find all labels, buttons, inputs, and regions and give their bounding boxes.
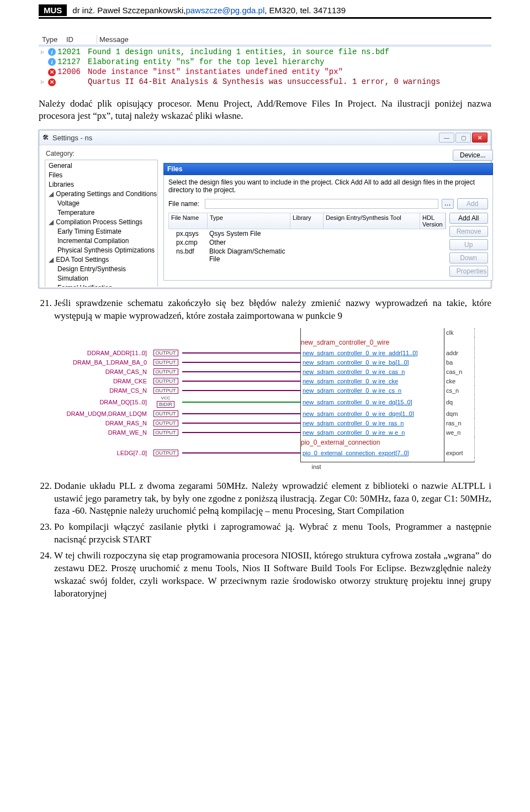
- schem-wire: [182, 423, 300, 424]
- schem-pin: DRAM_CS_N: [55, 386, 149, 395]
- file-name-label: File name:: [168, 200, 202, 208]
- files-grid[interactable]: px.qsysQsys System Filepx.cmpOtherns.bdf…: [168, 229, 446, 263]
- message-text: Quartus II 64-Bit Analysis & Synthesis w…: [88, 77, 491, 86]
- gcol-library: Library: [290, 213, 324, 229]
- schem-wire: [182, 390, 300, 391]
- category-item[interactable]: ◢ Operating Settings and Conditions: [45, 189, 157, 199]
- schem-pin: DDRAM_ADDR[11..0]: [55, 348, 149, 357]
- add-button[interactable]: Add: [457, 198, 488, 209]
- settings-title: Settings - ns: [52, 134, 438, 142]
- schem-pin: DRAM_DQ[15..0]: [55, 395, 149, 409]
- category-item[interactable]: ◢ Compilation Process Settings: [45, 218, 157, 227]
- table-row[interactable]: px.cmpOther: [168, 238, 446, 247]
- message-id: 12006: [57, 67, 88, 76]
- schem-signal-link: new_sdram_controller_0_w ire_addr[11..0]: [303, 350, 418, 356]
- table-row[interactable]: ns.bdfBlock Diagram/Schematic File: [168, 247, 446, 263]
- author-name: dr inż. Paweł Szczepankowski,: [72, 6, 186, 15]
- schem-signal-link: new_sdram_controller_0_w ire_dq[15..0]: [303, 399, 412, 405]
- schem-tag: OUTPUT: [153, 420, 178, 426]
- error-icon: ✕: [48, 68, 56, 76]
- schem-signal-link: pio_0_external_connection_export[7..0]: [303, 450, 409, 456]
- step-24: W tej chwili rozpoczyna się etap program…: [54, 550, 491, 600]
- message-text: Found 1 design units, including 1 entiti…: [88, 48, 491, 56]
- category-item[interactable]: Design Entry/Synthesis: [45, 265, 157, 274]
- category-item[interactable]: Incremental Compilation: [45, 236, 157, 246]
- col-message: Message: [97, 35, 491, 44]
- schem-signal-link: new_sdram_controller_0_w ire_cas_n: [303, 368, 405, 375]
- schem-wire: [182, 352, 300, 354]
- browse-button[interactable]: …: [442, 199, 454, 209]
- down-button[interactable]: Down: [449, 252, 488, 263]
- gcol-type: Type: [208, 213, 290, 229]
- up-button[interactable]: Up: [449, 239, 488, 250]
- info-icon: i: [48, 58, 56, 66]
- step-23: Po kompilacji włączyć zasilanie płytki i…: [54, 521, 491, 546]
- schem-pin: DRAM_UDQM,DRAM_LDQM: [55, 409, 149, 418]
- schem-wire: [182, 432, 300, 433]
- schem-pin: DRAM_BA_1,DRAM_BA_0: [55, 357, 149, 367]
- schem-section-pio: pio_0_external_connection: [301, 437, 444, 448]
- schem-section-sdram: new_sdram_controller_0_wire: [301, 337, 444, 348]
- expand-icon[interactable]: ▷: [39, 78, 46, 85]
- table-row[interactable]: px.qsysQsys System File: [168, 229, 446, 238]
- category-item[interactable]: Libraries: [45, 180, 157, 189]
- schem-tag: OUTPUT: [153, 350, 178, 356]
- schem-signal-link: new_sdram_controller_0_w ire_dqm[1..0]: [303, 410, 414, 417]
- category-label: Category:: [46, 150, 158, 157]
- schem-wire: [182, 371, 300, 372]
- schem-port-label: dq: [444, 395, 475, 409]
- expand-icon[interactable]: ▷: [39, 49, 46, 55]
- author-email[interactable]: pawszcze@pg.gda.pl: [186, 6, 264, 15]
- category-item[interactable]: Voltage: [45, 199, 157, 208]
- category-item[interactable]: Formal Verification: [45, 283, 157, 287]
- window-maximize-button[interactable]: ▢: [455, 133, 471, 143]
- category-item[interactable]: Temperature: [45, 208, 157, 218]
- settings-titlebar[interactable]: 🛠 Settings - ns — ▢ ✕: [39, 130, 491, 145]
- properties-button[interactable]: Properties: [449, 266, 488, 277]
- schem-tag: OUTPUT: [153, 359, 178, 366]
- category-item[interactable]: Files: [45, 171, 157, 180]
- category-item[interactable]: General: [45, 161, 157, 171]
- schem-wire: [182, 413, 300, 414]
- category-item[interactable]: Physical Synthesis Optimizations: [45, 246, 157, 255]
- gcol-filename: File Name: [169, 213, 208, 229]
- schem-signal-link: new_sdram_controller_0_w ire_cs_n: [303, 387, 401, 394]
- schem-port-label: dqm: [444, 409, 475, 418]
- schem-clk-label: clk: [444, 328, 475, 337]
- step-22: Dodanie układu PLL z dwoma zegarami 50MH…: [54, 480, 491, 518]
- device-button[interactable]: Device...: [453, 150, 493, 161]
- category-item[interactable]: Early Timing Estimate: [45, 227, 157, 236]
- schem-signal-link: new_sdram_controller_0_w ire_cke: [303, 378, 398, 384]
- messages-header: Type ID Message: [39, 34, 491, 45]
- schem-port-label: addr: [444, 348, 475, 357]
- schem-tag: BIDIR: [157, 401, 174, 408]
- schem-wire: [182, 381, 300, 382]
- gcol-tool: Design Entry/Synthesis Tool: [324, 213, 420, 229]
- add-all-button[interactable]: Add All: [449, 213, 488, 224]
- category-item[interactable]: Simulation: [45, 274, 157, 283]
- window-minimize-button[interactable]: —: [439, 133, 454, 143]
- paragraph-intro: Należy dodać plik opisujący procesor. Me…: [39, 98, 491, 122]
- schem-port-label: ba: [444, 357, 475, 367]
- gcol-hdl: HDL Version: [420, 213, 446, 229]
- remove-button[interactable]: Remove: [449, 226, 488, 237]
- settings-dialog: 🛠 Settings - ns — ▢ ✕ Category: GeneralF…: [39, 130, 491, 288]
- schem-port-label: export: [444, 448, 475, 457]
- category-item[interactable]: ◢ EDA Tool Settings: [45, 255, 157, 265]
- col-id: ID: [66, 35, 97, 44]
- message-id: 12127: [57, 57, 88, 66]
- schem-wire: [182, 362, 300, 363]
- schem-port-label: ras_n: [444, 418, 475, 428]
- course-badge: MUS: [39, 4, 67, 16]
- files-panel-header: Files: [163, 163, 493, 175]
- category-tree[interactable]: GeneralFilesLibraries◢ Operating Setting…: [45, 160, 158, 287]
- file-name-input[interactable]: [205, 199, 438, 209]
- schem-port-label: cke: [444, 376, 475, 386]
- schem-pin: DRAM_RAS_N: [55, 418, 149, 428]
- files-grid-header: File Name Type Library Design Entry/Synt…: [168, 213, 446, 229]
- schem-signal-link: new_sdram_controller_0_w ire_ba[1..0]: [303, 359, 409, 366]
- window-close-button[interactable]: ✕: [472, 133, 487, 143]
- message-text: Node instance "inst" instantiates undefi…: [88, 67, 491, 76]
- header-rule: [39, 17, 491, 19]
- schem-port-label: cas_n: [444, 367, 475, 376]
